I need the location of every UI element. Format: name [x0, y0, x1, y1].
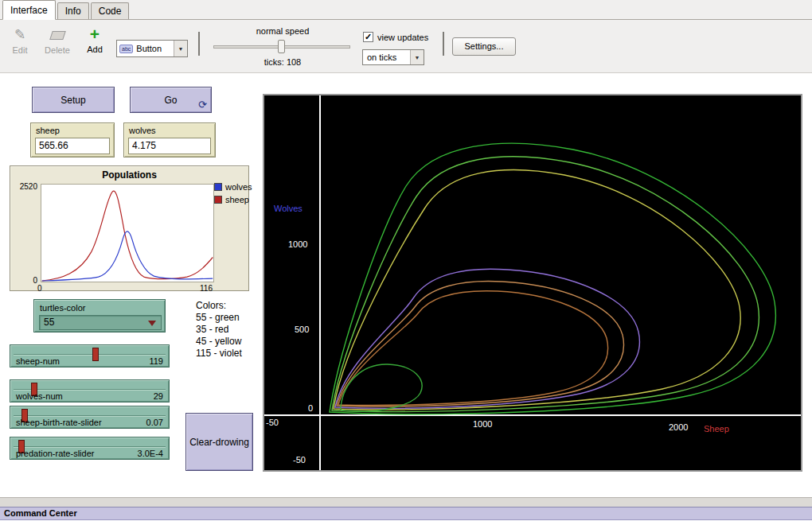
add-button[interactable]: + Add: [81, 25, 108, 54]
colors-note-line: 45 - yellow: [196, 336, 242, 348]
go-button[interactable]: Go ⟳: [130, 87, 212, 113]
clear-drawing-label: Clear-drowing: [189, 437, 249, 448]
slider-label: wolves-num: [16, 391, 63, 401]
sheep-curve: [42, 191, 213, 281]
loop-green-outer: [330, 143, 775, 414]
slider-value: 119: [149, 356, 163, 366]
chooser-value: 55: [44, 317, 54, 328]
loop-green-mid: [332, 157, 759, 412]
monitor-sheep-label: sheep: [36, 126, 60, 135]
populations-plot: Populations 2520 0 0 116 wolves sheep: [10, 165, 249, 291]
slider-track[interactable]: [14, 354, 166, 356]
loop-yellow: [334, 170, 740, 410]
colors-note: Colors: 55 - green 35 - red 45 - yellow …: [196, 300, 242, 360]
slider-track[interactable]: [14, 446, 166, 448]
x-tick-2000: 2000: [669, 422, 688, 432]
speed-label: normal speed: [209, 26, 357, 36]
chooser-value-box[interactable]: 55: [39, 315, 162, 330]
tab-bar: Interface Info Code: [0, 0, 812, 20]
toolbar-separator: [443, 32, 444, 56]
update-mode-dropdown[interactable]: on ticks ▼: [362, 49, 424, 65]
settings-button[interactable]: Settings...: [452, 37, 516, 56]
turtles-color-chooser[interactable]: turtles-color 55: [33, 299, 166, 332]
delete-button[interactable]: Delete: [40, 26, 75, 55]
slider-label: predation-rate-slider: [16, 449, 94, 458]
clear-drawing-button[interactable]: Clear-drowing: [185, 413, 253, 471]
colors-note-line: 55 - green: [196, 312, 242, 324]
update-mode-value: on ticks: [367, 52, 396, 62]
chevron-down-icon: [148, 321, 156, 326]
x-tick-neg50: -50: [266, 418, 279, 427]
loop-tan: [338, 291, 608, 406]
button-widget-icon: abc: [119, 45, 133, 53]
forever-icon: ⟳: [198, 99, 207, 110]
x-tick-1000: 1000: [473, 419, 492, 429]
command-center-header[interactable]: Command Center: [0, 507, 812, 519]
legend-label-sheep: sheep: [225, 195, 249, 204]
chooser-label: turtles-color: [40, 303, 85, 313]
plus-icon: +: [81, 25, 108, 43]
plot-x-min: 0: [37, 284, 42, 293]
legend-swatch-wolves: [214, 183, 222, 191]
y-tick-1000: 1000: [288, 239, 307, 249]
legend-swatch-sheep: [214, 196, 222, 204]
setup-button[interactable]: Setup: [32, 87, 115, 113]
widget-type-dropdown[interactable]: abc Button ▼: [116, 40, 188, 57]
edit-label: Edit: [6, 45, 33, 55]
slider-value: 29: [154, 391, 163, 401]
slider-value: 0.07: [146, 418, 163, 427]
slider-value: 3.0E-4: [138, 449, 163, 458]
slider-predation-rate[interactable]: predation-rate-slider 3.0E-4: [10, 437, 170, 460]
slider-thumb[interactable]: [92, 348, 99, 361]
y-tick-500: 500: [295, 325, 309, 334]
plot-curves: [41, 185, 213, 282]
delete-label: Delete: [40, 45, 75, 55]
plot-x-max: 116: [200, 284, 213, 293]
colors-note-line: 115 - violet: [196, 348, 242, 360]
loop-orange: [337, 281, 624, 406]
plot-y-min: 0: [17, 276, 37, 285]
toolbar: ✎ Edit Delete + Add abc Button ▼ normal …: [0, 20, 812, 73]
phase-portrait-drawing: [264, 95, 801, 470]
pencil-icon: ✎: [6, 26, 33, 44]
slider-label: sheep-num: [16, 356, 60, 366]
ticks-counter: ticks: 108: [209, 57, 357, 67]
tab-code[interactable]: Code: [91, 2, 130, 19]
tab-info[interactable]: Info: [57, 2, 89, 19]
wolves-curve: [42, 231, 213, 281]
eraser-icon: [40, 26, 75, 44]
chevron-down-icon: ▼: [174, 41, 187, 56]
add-label: Add: [81, 45, 108, 54]
monitor-wolves-label: wolves: [129, 126, 156, 135]
chevron-down-icon: ▼: [410, 50, 424, 64]
command-center-title: Command Center: [4, 508, 77, 518]
y-tick-neg50: -50: [293, 455, 306, 465]
widget-type-value: Button: [136, 44, 162, 53]
slider-track[interactable]: [14, 415, 166, 417]
loop-green-small: [341, 364, 422, 411]
go-button-label: Go: [164, 95, 177, 106]
view-updates-checkbox[interactable]: ✓: [363, 32, 373, 42]
monitor-wolves: wolves 4.175: [123, 122, 216, 158]
command-center-body[interactable]: [0, 519, 812, 525]
slider-wolves-num[interactable]: wolves-num 29: [10, 379, 170, 402]
tab-interface[interactable]: Interface: [2, 0, 56, 20]
world-view[interactable]: Wolves 1000 500 0 -50 -50 1000 2000 Shee…: [263, 94, 802, 472]
monitor-sheep: sheep 565.66: [30, 122, 115, 158]
toolbar-separator: [198, 32, 200, 56]
slider-sheep-num[interactable]: sheep-num 119: [10, 344, 170, 368]
slider-sheep-birth-rate[interactable]: sheep-birth-rate-slider 0.07: [10, 406, 170, 429]
command-center-splitter[interactable]: [0, 497, 812, 507]
colors-note-title: Colors:: [196, 300, 242, 312]
setup-button-label: Setup: [61, 95, 85, 106]
plot-canvas: [41, 184, 214, 282]
legend-label-wolves: wolves: [225, 182, 252, 192]
monitor-wolves-value: 4.175: [128, 138, 211, 154]
colors-note-line: 35 - red: [196, 324, 242, 336]
loop-violet: [335, 269, 639, 408]
speed-slider-thumb[interactable]: [278, 40, 285, 53]
edit-button[interactable]: ✎ Edit: [6, 26, 33, 55]
x-axis-title: Sheep: [704, 424, 729, 434]
view-updates-label: view updates: [377, 33, 428, 42]
plot-y-max: 2520: [17, 182, 37, 191]
